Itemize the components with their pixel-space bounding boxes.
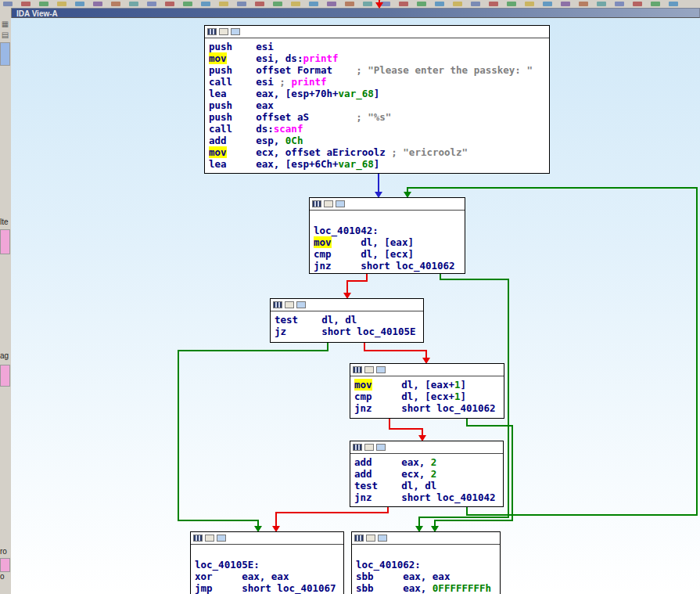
node-color-icon[interactable] bbox=[296, 301, 306, 308]
asm-comment: ; bbox=[279, 76, 291, 88]
node-group-icon[interactable] bbox=[364, 366, 374, 373]
highlighted-token: mov bbox=[209, 146, 227, 158]
basic-block-loc_40105E[interactable]: loc_40105E:xor eax, eaxjmp short loc_401… bbox=[190, 531, 344, 594]
node-color-icon[interactable] bbox=[217, 535, 226, 542]
node-titlebar[interactable] bbox=[310, 198, 465, 211]
edge-jump-test-loc_40105E bbox=[178, 350, 179, 521]
asm-token: cmp dl, [ecx] bbox=[314, 248, 414, 260]
node-color-icon[interactable] bbox=[376, 444, 386, 451]
asm-token: cmp dl, [ecx+ bbox=[354, 391, 454, 402]
asm-token: esi, ds: bbox=[227, 52, 303, 64]
highlighted-token: mov bbox=[354, 379, 372, 391]
edge-fallthrough-advance-loc_40105E bbox=[275, 512, 389, 513]
node-titlebar[interactable] bbox=[271, 299, 423, 311]
asm-line[interactable]: test dl, dl bbox=[354, 480, 499, 491]
collapse-node-icon[interactable] bbox=[312, 200, 321, 207]
collapse-node-icon[interactable] bbox=[354, 535, 364, 542]
asm-token: lea eax, [esp+70h+ bbox=[209, 88, 339, 99]
asm-line[interactable] bbox=[314, 213, 461, 225]
asm-line[interactable]: lea eax, [esp+6Ch+var_68] bbox=[209, 158, 545, 170]
edge-loop-back-into-loc_401042 bbox=[407, 187, 698, 189]
asm-line[interactable]: jmp short loc_401067 bbox=[195, 582, 339, 594]
asm-line[interactable]: test dl, dl bbox=[275, 314, 419, 326]
asm-token: call ds: bbox=[209, 123, 274, 135]
asm-line[interactable]: sbb eax, eax bbox=[356, 571, 496, 582]
asm-line[interactable]: sbb eax, 0FFFFFFFFh bbox=[356, 582, 496, 594]
basic-block-entry[interactable]: push esimov esi, ds:printfpush offset Fo… bbox=[204, 25, 550, 174]
node-color-icon[interactable] bbox=[231, 28, 240, 35]
asm-token: loc_401062: bbox=[356, 559, 421, 571]
asm-token: xor eax, eax bbox=[195, 571, 289, 582]
node-group-icon[interactable] bbox=[324, 200, 333, 207]
edge-entry-to-loc_401042 bbox=[378, 174, 379, 193]
asm-line[interactable]: mov dl, [eax] bbox=[314, 236, 461, 248]
collapse-node-icon[interactable] bbox=[353, 366, 362, 373]
asm-line[interactable]: call esi ; printf bbox=[209, 76, 545, 88]
asm-line[interactable]: cmp dl, [ecx+1] bbox=[354, 391, 500, 402]
basic-block-loc_401042[interactable]: loc_401042:mov dl, [eax]cmp dl, [ecx]jnz… bbox=[309, 197, 465, 274]
asm-line[interactable]: loc_40105E: bbox=[195, 559, 339, 571]
asm-line[interactable] bbox=[195, 547, 339, 559]
asm-line[interactable]: push offset Format ; "Please enter the p… bbox=[209, 64, 545, 76]
asm-token: sbb eax, bbox=[356, 582, 433, 594]
node-titlebar[interactable] bbox=[350, 441, 503, 454]
edge-loop-out-of-advance bbox=[466, 514, 698, 516]
basic-block-cmp-second[interactable]: mov dl, [eax+1]cmp dl, [ecx+1]jnz short … bbox=[350, 363, 504, 419]
asm-line[interactable]: add eax, 2 bbox=[354, 456, 499, 468]
asm-line[interactable]: add esp, 0Ch bbox=[209, 135, 545, 146]
collapse-node-icon[interactable] bbox=[353, 444, 362, 451]
basic-block-advance[interactable]: add eax, 2add ecx, 2test dl, dljnz short… bbox=[350, 441, 504, 507]
asm-token: ] bbox=[460, 391, 466, 402]
collapse-node-icon[interactable] bbox=[207, 28, 217, 35]
asm-line[interactable]: jnz short loc_401062 bbox=[354, 402, 500, 414]
node-titlebar[interactable] bbox=[350, 364, 504, 376]
basic-block-loc_401062[interactable]: loc_401062:sbb eax, eaxsbb eax, 0FFFFFFF… bbox=[351, 531, 501, 594]
node-group-icon[interactable] bbox=[366, 535, 375, 542]
node-group-icon[interactable] bbox=[285, 301, 294, 308]
asm-line[interactable]: add ecx, 2 bbox=[354, 468, 499, 480]
asm-line[interactable]: loc_401042: bbox=[314, 225, 461, 236]
edge-fallthrough-cmp2-advance bbox=[389, 428, 423, 430]
node-color-icon[interactable] bbox=[376, 366, 386, 373]
node-color-icon[interactable] bbox=[336, 200, 345, 207]
asm-token: jnz short loc_401042 bbox=[354, 491, 496, 503]
node-titlebar[interactable] bbox=[191, 532, 343, 545]
asm-token: loc_401042: bbox=[314, 225, 379, 236]
asm-line[interactable]: lea eax, [esp+70h+var_68] bbox=[209, 88, 545, 99]
asm-line[interactable]: mov dl, [eax+1] bbox=[354, 379, 500, 391]
asm-line[interactable]: mov ecx, offset aEricroolz ; "ericroolz" bbox=[209, 146, 545, 158]
asm-token: add ecx, bbox=[354, 468, 431, 480]
asm-line[interactable]: mov esi, ds:printf bbox=[209, 52, 545, 64]
node-group-icon[interactable] bbox=[364, 444, 374, 451]
node-group-icon[interactable] bbox=[205, 535, 214, 542]
edge-jump-test-loc_40105E bbox=[178, 350, 328, 351]
collapse-node-icon[interactable] bbox=[273, 301, 282, 308]
asm-line[interactable]: cmp dl, [ecx] bbox=[314, 248, 461, 260]
asm-line[interactable]: jnz short loc_401062 bbox=[314, 260, 461, 272]
asm-line[interactable]: jz short loc_40105E bbox=[275, 326, 419, 337]
node-color-icon[interactable] bbox=[378, 535, 387, 542]
collapse-node-icon[interactable] bbox=[193, 535, 203, 542]
asm-line[interactable]: call ds:scanf bbox=[209, 123, 545, 135]
asm-line[interactable] bbox=[356, 547, 496, 559]
asm-line[interactable]: xor eax, eax bbox=[195, 571, 339, 582]
edge-jump-loc_401042-loc_401062 bbox=[508, 279, 509, 518]
asm-line[interactable]: loc_401062: bbox=[356, 559, 496, 571]
asm-token: add eax, bbox=[354, 456, 431, 468]
highlighted-token: mov bbox=[209, 52, 227, 64]
node-titlebar[interactable] bbox=[205, 26, 549, 38]
edge-jump-test-loc_40105E bbox=[178, 520, 259, 521]
asm-line[interactable]: push eax bbox=[209, 99, 545, 111]
asm-token: 2 bbox=[431, 468, 437, 480]
asm-line[interactable]: jnz short loc_401042 bbox=[354, 491, 499, 503]
asm-token: push offset Format bbox=[209, 64, 356, 76]
edge-fallthrough-loc_401042-test bbox=[346, 280, 368, 282]
asm-token: test dl, dl bbox=[275, 314, 357, 326]
node-titlebar[interactable] bbox=[352, 532, 500, 545]
node-group-icon[interactable] bbox=[219, 28, 228, 35]
asm-token: push offset aS bbox=[209, 111, 356, 123]
basic-block-test-first[interactable]: test dl, dljz short loc_40105E bbox=[270, 298, 424, 343]
asm-line[interactable]: push esi bbox=[209, 41, 545, 52]
edge-jump-loc_401042-loc_401062 bbox=[418, 517, 509, 518]
asm-line[interactable]: push offset aS ; "%s" bbox=[209, 111, 545, 123]
